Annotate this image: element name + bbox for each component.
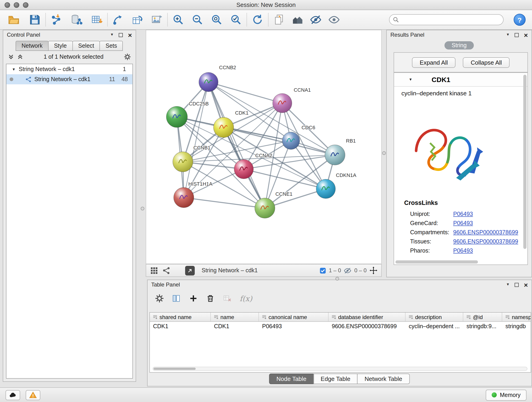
- tab-network[interactable]: Network: [16, 41, 49, 51]
- column-header-database-identifier[interactable]: database identifier: [329, 313, 405, 321]
- column-header-name[interactable]: name: [211, 313, 259, 321]
- network-collection-row[interactable]: ▼ String Network – cdk1 1: [6, 64, 133, 74]
- network-canvas[interactable]: CCNB2CCNA1CDC25BCDK1CDC6RB1CCNB1CCNA2CDK…: [146, 30, 382, 264]
- crosslink-link[interactable]: 9606.ENSP00000378699: [453, 229, 518, 236]
- network-node-CDKN1A[interactable]: [316, 179, 336, 198]
- open-session-icon[interactable]: [6, 12, 21, 27]
- network-share-icon[interactable]: [162, 266, 171, 274]
- float-panel-icon[interactable]: [515, 283, 519, 287]
- close-panel-icon[interactable]: ×: [524, 32, 528, 38]
- network-node-CCNB2[interactable]: [199, 72, 218, 92]
- network-node-HIST1H1A[interactable]: [174, 187, 194, 208]
- network-node-CDC25B[interactable]: [166, 106, 187, 128]
- minimize-window-button[interactable]: [14, 2, 19, 7]
- zoom-fit-icon[interactable]: [209, 12, 224, 27]
- tab-style[interactable]: Style: [48, 41, 73, 51]
- close-panel-icon[interactable]: ×: [524, 281, 528, 288]
- search-input[interactable]: [389, 14, 504, 25]
- tab-sets[interactable]: Sets: [100, 41, 123, 51]
- float-panel-icon[interactable]: [119, 33, 123, 37]
- network-edge-CCNB2-CCNE1[interactable]: [209, 82, 265, 208]
- tab-select[interactable]: Select: [72, 41, 100, 51]
- tab-network-table[interactable]: Network Table: [357, 374, 409, 384]
- import-table-icon[interactable]: [89, 12, 104, 27]
- bottom-splitter-handle[interactable]: [336, 277, 339, 281]
- column-header-description[interactable]: description: [405, 313, 463, 321]
- copy-document-icon[interactable]: [272, 12, 286, 27]
- collapse-entry-icon[interactable]: ▼: [409, 77, 412, 82]
- delete-icon[interactable]: [206, 294, 215, 303]
- move-crosshair-icon[interactable]: [369, 266, 378, 274]
- network-from-selection-icon[interactable]: [111, 12, 126, 27]
- export-table-icon[interactable]: [130, 12, 145, 27]
- tab-node-table[interactable]: Node Table: [269, 374, 314, 384]
- column-header--id[interactable]: @id: [463, 313, 502, 321]
- expand-all-button[interactable]: Expand All: [412, 57, 456, 68]
- show-all-networks-icon[interactable]: [290, 12, 305, 27]
- import-network-database-icon[interactable]: [69, 12, 84, 27]
- zoom-selected-icon[interactable]: [229, 12, 243, 27]
- column-header-namespac[interactable]: namespac: [502, 313, 531, 321]
- hide-selected-icon[interactable]: [308, 12, 323, 27]
- network-node-CDK1[interactable]: [214, 117, 234, 138]
- selected-checkbox-icon[interactable]: [319, 267, 326, 274]
- panel-menu-icon[interactable]: ▼: [506, 283, 510, 287]
- crosslink-link[interactable]: P06493: [453, 220, 473, 226]
- horizontal-scrollbar[interactable]: [395, 260, 478, 264]
- float-panel-icon[interactable]: [515, 33, 519, 37]
- collapse-all-icon[interactable]: [8, 54, 14, 60]
- tab-edge-table[interactable]: Edge Table: [313, 374, 358, 384]
- vertical-scrollbar[interactable]: [523, 75, 526, 249]
- crosslink-link[interactable]: P06493: [453, 248, 473, 254]
- export-image-icon[interactable]: [149, 12, 164, 27]
- network-edge-CCNB2-CCNA1[interactable]: [209, 82, 282, 103]
- save-session-icon[interactable]: [27, 12, 42, 27]
- crosslink-link[interactable]: P06493: [453, 211, 473, 217]
- warning-button[interactable]: [26, 390, 40, 400]
- table-gear-icon[interactable]: [155, 294, 164, 303]
- expand-all-icon[interactable]: [17, 54, 23, 60]
- close-panel-icon[interactable]: ×: [128, 32, 132, 38]
- zoom-out-icon[interactable]: [190, 12, 205, 27]
- left-splitter-handle[interactable]: [141, 207, 144, 211]
- hidden-eye-icon[interactable]: [344, 267, 352, 274]
- add-row-icon[interactable]: [189, 294, 198, 303]
- panel-menu-icon[interactable]: ▼: [110, 33, 114, 37]
- panel-menu-icon[interactable]: ▼: [506, 33, 510, 37]
- network-node-CCNE1[interactable]: [255, 198, 275, 218]
- right-splitter-handle[interactable]: [382, 151, 386, 155]
- show-hidden-icon[interactable]: [327, 12, 341, 27]
- function-builder-button[interactable]: f(x): [240, 294, 252, 303]
- refresh-layout-icon[interactable]: [250, 12, 265, 27]
- cloud-button[interactable]: [6, 390, 20, 400]
- zoom-in-icon[interactable]: [171, 12, 186, 27]
- network-node-CCNA1[interactable]: [273, 94, 292, 113]
- memory-button[interactable]: Memory: [486, 389, 526, 400]
- maximize-window-button[interactable]: [23, 2, 28, 7]
- network-edge-CCNE1-HIST1H1A[interactable]: [184, 198, 265, 208]
- title-bar: Session: New Session: [0, 0, 532, 10]
- help-button[interactable]: ?: [514, 14, 526, 26]
- network-edge-CCNB2-HIST1H1A[interactable]: [184, 82, 209, 198]
- gear-icon[interactable]: [124, 53, 131, 61]
- tab-string[interactable]: String: [444, 41, 474, 50]
- collapse-all-button[interactable]: Collapse All: [463, 57, 510, 68]
- network-node-CCNB1[interactable]: [173, 152, 193, 172]
- gene-header[interactable]: ▼ CDK1: [394, 73, 527, 87]
- column-header-canonical-name[interactable]: canonical name: [259, 313, 329, 321]
- crosslink-link[interactable]: 9606.ENSP00000378699: [453, 238, 518, 245]
- table-horizontal-scrollbar[interactable]: [152, 367, 527, 371]
- network-node-CCNA2[interactable]: [234, 160, 253, 179]
- add-column-icon[interactable]: [172, 294, 181, 303]
- tree-expand-icon[interactable]: ▼: [12, 67, 16, 71]
- network-graph[interactable]: CCNB2CCNA1CDC25BCDK1CDC6RB1CCNB1CCNA2CDK…: [146, 30, 381, 264]
- grid-view-icon[interactable]: [150, 266, 158, 274]
- column-header-shared-name[interactable]: shared name: [150, 313, 211, 321]
- network-row-selected[interactable]: String Network – cdk1 11 48: [6, 74, 133, 84]
- table-row[interactable]: CDK1CDK1P064939606.ENSP00000378699cyclin…: [150, 322, 531, 331]
- network-node-RB1[interactable]: [325, 145, 345, 165]
- import-network-file-icon[interactable]: [49, 12, 64, 27]
- open-in-new-window-button[interactable]: [185, 266, 195, 275]
- network-node-CDC6[interactable]: [282, 132, 300, 149]
- close-window-button[interactable]: [5, 2, 10, 7]
